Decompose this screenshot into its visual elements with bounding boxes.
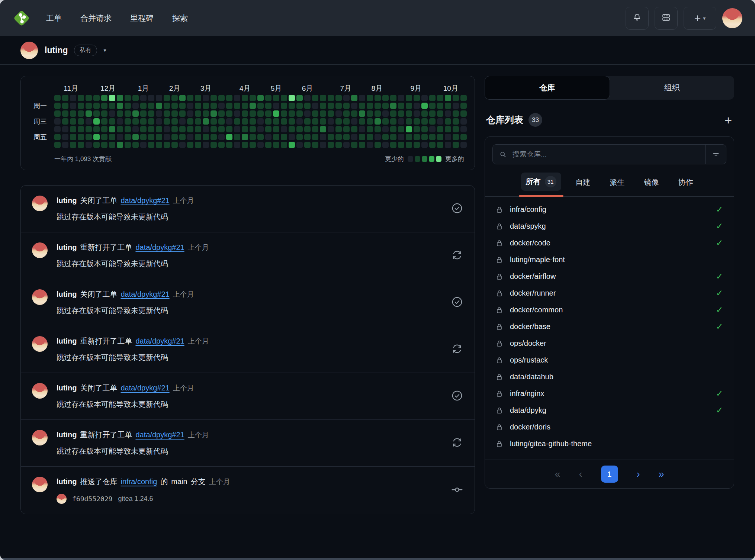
heatmap-cell[interactable]	[140, 103, 147, 109]
heatmap-cell[interactable]	[453, 142, 459, 148]
heatmap-cell[interactable]	[304, 134, 311, 140]
heatmap-cell[interactable]	[242, 103, 248, 109]
heatmap-cell[interactable]	[203, 142, 209, 148]
heatmap-cell[interactable]	[453, 126, 459, 132]
heatmap-cell[interactable]	[265, 142, 272, 148]
heatmap-cell[interactable]	[328, 134, 334, 140]
heatmap-cell[interactable]	[164, 110, 170, 117]
heatmap-cell[interactable]	[367, 134, 373, 140]
repo-name[interactable]: ops/rustack	[510, 356, 548, 364]
heatmap-cell[interactable]	[343, 110, 350, 117]
heatmap-cell[interactable]	[421, 126, 428, 132]
heatmap-cell[interactable]	[218, 103, 225, 109]
heatmap-cell[interactable]	[125, 95, 131, 101]
heatmap-cell[interactable]	[390, 126, 396, 132]
heatmap-cell[interactable]	[304, 142, 311, 148]
heatmap-cell[interactable]	[109, 126, 115, 132]
heatmap-cell[interactable]	[367, 126, 373, 132]
heatmap-cell[interactable]	[406, 110, 412, 117]
heatmap-cell[interactable]	[195, 142, 201, 148]
heatmap-cell[interactable]	[125, 134, 131, 140]
heatmap-cell[interactable]	[125, 103, 131, 109]
heatmap-cell[interactable]	[211, 134, 217, 140]
heatmap-cell[interactable]	[359, 110, 365, 117]
heatmap-cell[interactable]	[109, 103, 115, 109]
heatmap-cell[interactable]	[211, 118, 217, 125]
heatmap-cell[interactable]	[250, 95, 256, 101]
profile-dropdown-icon[interactable]: ▾	[104, 47, 106, 53]
heatmap-cell[interactable]	[226, 142, 232, 148]
heatmap-cell[interactable]	[218, 134, 225, 140]
heatmap-cell[interactable]	[132, 134, 139, 140]
feed-repo-link[interactable]: data/dpykg#21	[135, 337, 184, 345]
heatmap-cell[interactable]	[234, 103, 240, 109]
heatmap-cell[interactable]	[218, 118, 225, 125]
heatmap-cell[interactable]	[226, 118, 232, 125]
heatmap-cell[interactable]	[156, 126, 162, 132]
heatmap-cell[interactable]	[148, 110, 154, 117]
heatmap-cell[interactable]	[304, 103, 311, 109]
heatmap-cell[interactable]	[211, 95, 217, 101]
heatmap-cell[interactable]	[281, 142, 287, 148]
heatmap-cell[interactable]	[195, 118, 201, 125]
heatmap-cell[interactable]	[289, 103, 295, 109]
heatmap-cell[interactable]	[125, 142, 131, 148]
heatmap-cell[interactable]	[187, 142, 193, 148]
nav-link-3[interactable]: 探索	[172, 13, 188, 23]
heatmap-cell[interactable]	[343, 103, 350, 109]
heatmap-cell[interactable]	[390, 134, 396, 140]
heatmap-cell[interactable]	[265, 126, 272, 132]
heatmap-cell[interactable]	[78, 134, 84, 140]
heatmap-cell[interactable]	[359, 134, 365, 140]
heatmap-cell[interactable]	[460, 126, 467, 132]
heatmap-cell[interactable]	[414, 118, 420, 125]
heatmap-cell[interactable]	[296, 134, 303, 140]
heatmap-cell[interactable]	[218, 142, 225, 148]
heatmap-cell[interactable]	[296, 126, 303, 132]
repo-filter-2[interactable]: 派生	[603, 174, 632, 196]
heatmap-cell[interactable]	[289, 118, 295, 125]
heatmap-cell[interactable]	[93, 103, 100, 109]
heatmap-cell[interactable]	[382, 95, 389, 101]
heatmap-cell[interactable]	[148, 134, 154, 140]
heatmap-cell[interactable]	[101, 134, 107, 140]
heatmap-cell[interactable]	[195, 134, 201, 140]
heatmap-cell[interactable]	[429, 110, 436, 117]
heatmap-cell[interactable]	[359, 103, 365, 109]
heatmap-cell[interactable]	[70, 118, 76, 125]
heatmap-cell[interactable]	[234, 126, 240, 132]
create-new-button[interactable]: + ▾	[684, 7, 716, 30]
heatmap-cell[interactable]	[273, 134, 279, 140]
heatmap-cell[interactable]	[117, 110, 123, 117]
feed-actor-avatar[interactable]	[32, 196, 48, 211]
heatmap-cell[interactable]	[281, 118, 287, 125]
heatmap-cell[interactable]	[359, 95, 365, 101]
heatmap-cell[interactable]	[171, 95, 178, 101]
heatmap-cell[interactable]	[398, 95, 404, 101]
heatmap-cell[interactable]	[367, 118, 373, 125]
heatmap-cell[interactable]	[328, 110, 334, 117]
heatmap-cell[interactable]	[375, 126, 381, 132]
add-repo-button[interactable]: +	[725, 114, 732, 126]
heatmap-cell[interactable]	[109, 134, 115, 140]
heatmap-cell[interactable]	[187, 95, 193, 101]
heatmap-cell[interactable]	[406, 95, 412, 101]
heatmap-cell[interactable]	[335, 134, 342, 140]
heatmap-cell[interactable]	[140, 126, 147, 132]
heatmap-cell[interactable]	[429, 126, 436, 132]
heatmap-cell[interactable]	[54, 118, 61, 125]
heatmap-cell[interactable]	[398, 134, 404, 140]
heatmap-cell[interactable]	[445, 126, 451, 132]
repo-row[interactable]: docker/base✓	[485, 318, 734, 335]
heatmap-cell[interactable]	[265, 110, 272, 117]
heatmap-cell[interactable]	[382, 103, 389, 109]
pagination-prev-button[interactable]: ‹	[579, 469, 582, 480]
heatmap-cell[interactable]	[335, 142, 342, 148]
heatmap-cell[interactable]	[148, 95, 154, 101]
heatmap-cell[interactable]	[390, 118, 396, 125]
heatmap-cell[interactable]	[93, 126, 100, 132]
heatmap-cell[interactable]	[265, 134, 272, 140]
heatmap-cell[interactable]	[148, 126, 154, 132]
heatmap-cell[interactable]	[273, 118, 279, 125]
heatmap-cell[interactable]	[211, 110, 217, 117]
